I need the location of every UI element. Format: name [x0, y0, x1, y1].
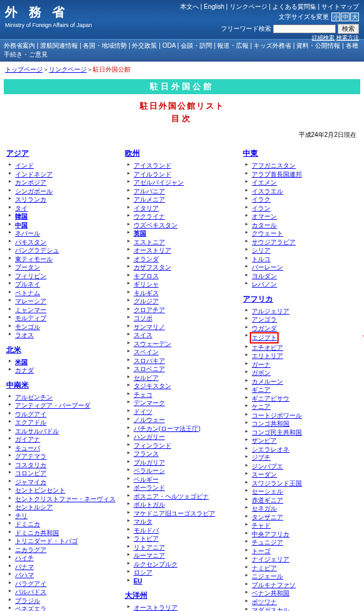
- country-link[interactable]: シンガポール: [15, 188, 53, 195]
- country-link[interactable]: ラトビア: [134, 535, 159, 542]
- country-link[interactable]: ブルガリア: [134, 459, 165, 466]
- country-link[interactable]: バーレーン: [252, 264, 283, 271]
- country-link[interactable]: スウェーデン: [134, 340, 171, 347]
- country-link[interactable]: フィリピン: [15, 273, 46, 279]
- country-link[interactable]: スーダン: [252, 471, 277, 478]
- nav-item[interactable]: 渡航関連情報: [40, 42, 78, 49]
- country-link[interactable]: スロバキア: [134, 357, 165, 364]
- country-link[interactable]: クウェート: [252, 230, 283, 237]
- region-heading-asia[interactable]: アジア: [6, 148, 121, 159]
- country-link[interactable]: 東ティモール: [15, 256, 53, 262]
- breadcrumb-link[interactable]: リンクページ: [49, 66, 87, 73]
- country-link[interactable]: チリ: [15, 512, 28, 519]
- country-link[interactable]: パラグアイ: [15, 580, 46, 587]
- country-link[interactable]: セントビンセント: [15, 487, 65, 494]
- country-link[interactable]: ベトナム: [15, 289, 40, 296]
- country-link[interactable]: オーストラリア: [134, 604, 178, 611]
- font-size-button[interactable]: 大: [350, 13, 359, 21]
- country-link[interactable]: タジキスタン: [134, 382, 171, 389]
- country-link[interactable]: アルメニア: [134, 196, 165, 203]
- country-link[interactable]: グルジア: [134, 298, 159, 305]
- country-link[interactable]: レバノン: [252, 281, 277, 288]
- nav-item[interactable]: 会談・訪問: [181, 42, 212, 49]
- region-heading-af[interactable]: アフリカ: [243, 294, 358, 305]
- country-link[interactable]: ジンバブエ: [252, 463, 283, 470]
- utility-link[interactable]: サイトマップ: [321, 3, 359, 10]
- country-link[interactable]: ベラルーシ: [134, 467, 165, 474]
- country-link[interactable]: カメルーン: [252, 378, 283, 385]
- country-link[interactable]: カタール: [252, 222, 277, 229]
- country-link[interactable]: ガーナ: [252, 361, 270, 368]
- country-link[interactable]: サンマリノ: [134, 323, 165, 330]
- country-link[interactable]: エクアドル: [15, 419, 46, 426]
- country-link[interactable]: チュニジア: [252, 539, 283, 546]
- country-link[interactable]: アルゼンチン: [15, 394, 53, 401]
- country-link[interactable]: エチオピア: [252, 344, 283, 351]
- country-link[interactable]: ルーマニア: [134, 552, 165, 559]
- utility-link[interactable]: 本文へ: [180, 3, 199, 10]
- country-link[interactable]: ジャマイカ: [15, 479, 46, 485]
- country-link[interactable]: サウジアラビア: [252, 239, 296, 246]
- country-link[interactable]: ベナン共和国: [252, 590, 289, 597]
- country-link[interactable]: 米国: [15, 359, 28, 365]
- country-link[interactable]: ヨルダン: [252, 273, 277, 279]
- country-link[interactable]: トリニダード・トバゴ: [15, 538, 78, 544]
- country-link[interactable]: チェコ: [134, 391, 153, 398]
- country-link[interactable]: セルビア: [134, 374, 159, 381]
- country-link[interactable]: ノルウェー: [134, 416, 165, 423]
- country-link[interactable]: コンゴ共和国: [252, 420, 289, 427]
- country-link[interactable]: マレーシア: [15, 298, 46, 305]
- region-heading-oc[interactable]: 大洋州: [125, 590, 240, 601]
- country-link[interactable]: スイス: [134, 332, 153, 338]
- country-link[interactable]: モルドバ: [134, 527, 159, 534]
- country-link[interactable]: バルバドス: [15, 588, 46, 595]
- country-link[interactable]: ギリシャ: [134, 281, 159, 288]
- nav-item[interactable]: 外務省案内: [4, 42, 35, 49]
- nav-item[interactable]: 資料・公開情報: [296, 42, 340, 49]
- country-link[interactable]: アラブ首長国連邦: [252, 171, 302, 178]
- country-link[interactable]: ウクライナ: [134, 213, 165, 220]
- country-link[interactable]: フィンランド: [134, 442, 171, 449]
- country-link[interactable]: 韓国: [15, 213, 28, 220]
- country-link[interactable]: セネガル: [252, 505, 277, 512]
- country-link[interactable]: コソボ: [134, 315, 153, 322]
- country-link[interactable]: ナミビア: [252, 565, 277, 571]
- country-link[interactable]: モルディブ: [15, 315, 46, 322]
- nav-item[interactable]: ODA: [163, 42, 176, 49]
- search-sublink[interactable]: 検索方法: [336, 35, 359, 41]
- country-link[interactable]: ザンビア: [252, 437, 277, 444]
- country-link[interactable]: アンゴラ: [252, 316, 277, 323]
- breadcrumb-link[interactable]: トップページ: [5, 66, 43, 73]
- country-link[interactable]: ガボン: [252, 369, 270, 376]
- country-link[interactable]: ラオス: [15, 332, 34, 338]
- country-link[interactable]: ポーランド: [134, 484, 165, 491]
- country-link[interactable]: ウズベキスタン: [134, 222, 178, 229]
- country-link[interactable]: トルコ: [252, 256, 270, 262]
- country-link[interactable]: フランス: [134, 450, 159, 457]
- country-link[interactable]: コートジボワール: [252, 412, 302, 419]
- country-link[interactable]: ギニア: [252, 386, 270, 393]
- country-link[interactable]: ジブチ: [252, 454, 270, 461]
- country-link[interactable]: インド: [15, 162, 34, 169]
- country-link[interactable]: イタリア: [134, 205, 159, 212]
- country-link[interactable]: ドミニカ共和国: [15, 529, 59, 536]
- country-link[interactable]: トーゴ: [252, 548, 270, 554]
- country-link[interactable]: バハマ: [15, 571, 34, 578]
- country-link[interactable]: キプロス: [134, 273, 159, 279]
- country-link[interactable]: オマーン: [252, 213, 277, 220]
- country-link[interactable]: アゼルバイジャン: [134, 179, 184, 186]
- nav-item[interactable]: キッズ外務省: [254, 42, 291, 49]
- country-link[interactable]: ロシア: [134, 569, 153, 576]
- country-link[interactable]: エルサルバドル: [15, 428, 59, 435]
- country-link[interactable]: オランダ: [134, 256, 159, 262]
- country-link[interactable]: ブルキナファソ: [252, 581, 296, 588]
- region-heading-na[interactable]: 北米: [6, 345, 121, 355]
- country-link[interactable]: エジプト: [252, 334, 277, 341]
- search-sublink[interactable]: 詳細検索: [312, 35, 335, 41]
- country-link[interactable]: EU: [134, 578, 142, 585]
- country-link[interactable]: スリランカ: [15, 196, 46, 203]
- country-link[interactable]: マダガスカル: [252, 607, 289, 611]
- country-link[interactable]: リトアニア: [134, 544, 165, 551]
- country-link[interactable]: コロンビア: [15, 470, 46, 477]
- country-link[interactable]: マルタ: [134, 518, 153, 525]
